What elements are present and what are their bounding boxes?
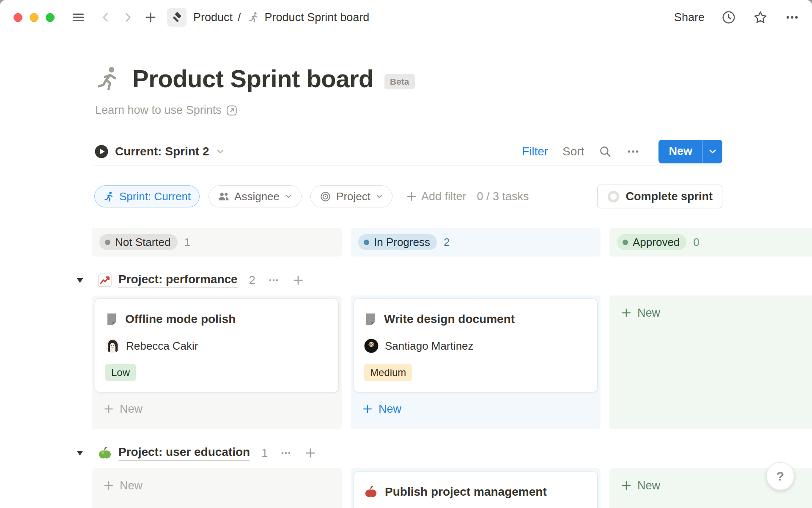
sidebar-toggle-icon[interactable] — [71, 11, 85, 24]
card-write-design-document[interactable]: Write design document — [354, 299, 597, 392]
topbar-actions: Share — [674, 10, 799, 25]
column-status-label: Not Started — [115, 236, 171, 249]
board-cell-not-started: New — [92, 468, 342, 508]
window-controls — [14, 13, 55, 22]
new-card-label[interactable]: New — [120, 403, 143, 416]
back-icon[interactable] — [99, 11, 112, 24]
page-icon — [364, 312, 377, 326]
column-status-label: Approved — [633, 236, 680, 249]
card-title-label[interactable]: Write design document — [384, 312, 515, 326]
assignee-name: Santiago Martinez — [385, 340, 474, 353]
new-card-label[interactable]: New — [637, 479, 660, 492]
green-apple-icon — [98, 446, 112, 460]
new-card-button[interactable]: New — [354, 392, 597, 426]
updates-clock-icon[interactable] — [721, 10, 736, 25]
card-offline-mode-polish[interactable]: Offline mode polish Rebec — [95, 299, 338, 392]
teamspace-hammer-icon[interactable] — [167, 8, 187, 27]
project-filter-chip[interactable]: Project — [310, 185, 392, 207]
column-header-approved[interactable]: Approved 0 — [609, 228, 812, 257]
plus-icon — [406, 190, 417, 202]
collapse-triangle-icon[interactable] — [75, 276, 88, 285]
breadcrumb: Product / Product Sprint board — [193, 11, 369, 24]
group-add-icon[interactable] — [292, 274, 304, 287]
help-button[interactable]: ? — [766, 462, 794, 490]
project-filter-label[interactable]: Project — [336, 190, 370, 203]
status-dot — [105, 240, 110, 245]
chevron-down-icon — [215, 146, 225, 157]
view-selector[interactable]: Current: Sprint 2 — [94, 144, 225, 159]
column-count: 0 — [693, 236, 699, 249]
plus-icon — [620, 480, 632, 491]
people-icon — [217, 190, 230, 203]
page-title: Product Sprint board — [132, 64, 373, 93]
runner-icon — [248, 11, 260, 23]
red-apple-icon — [364, 485, 378, 499]
group-options-icon[interactable] — [267, 274, 280, 287]
runner-icon — [103, 191, 115, 202]
view-toolbar: Current: Sprint 2 Filter Sort New — [94, 141, 722, 166]
group-title[interactable]: Project: user education — [118, 445, 250, 461]
learn-link[interactable]: Learn how to use Sprints — [95, 104, 812, 117]
collapse-triangle-icon[interactable] — [75, 448, 88, 458]
search-icon[interactable] — [598, 145, 612, 158]
new-page-icon[interactable] — [144, 11, 157, 24]
card-title-label[interactable]: Publish project management — [385, 485, 547, 499]
board-cell-in-progress: Publish project management — [351, 468, 601, 508]
view-more-options-icon[interactable] — [626, 145, 640, 158]
share-button[interactable]: Share — [674, 11, 705, 24]
new-card-label[interactable]: New — [120, 479, 143, 492]
plus-icon — [620, 307, 632, 319]
new-card-label[interactable]: New — [637, 306, 660, 320]
view-name-label[interactable]: Current: Sprint 2 — [115, 145, 209, 158]
new-card-button[interactable]: New — [95, 392, 338, 426]
group-title[interactable]: Project: performance — [118, 273, 238, 288]
column-header-in-progress[interactable]: In Progress 2 — [351, 228, 601, 257]
complete-sprint-label[interactable]: Complete sprint — [625, 190, 713, 203]
assignee-filter-chip[interactable]: Assignee — [208, 185, 302, 207]
group-add-icon[interactable] — [304, 447, 317, 459]
new-card-button[interactable]: New — [95, 472, 338, 499]
board-cell-in-progress: Write design document — [351, 295, 601, 429]
new-button-label[interactable]: New — [658, 140, 702, 163]
favorite-star-icon[interactable] — [753, 10, 768, 25]
progress-ring-icon — [607, 190, 620, 203]
runner-page-icon[interactable] — [94, 65, 121, 92]
zoom-window-button[interactable] — [46, 13, 55, 22]
forward-icon[interactable] — [121, 11, 134, 24]
sort-button[interactable]: Sort — [562, 145, 584, 158]
add-filter-button[interactable]: Add filter — [406, 190, 466, 203]
kanban-board: Not Started 1 In Progress 2 Approved 0 P… — [0, 228, 812, 508]
group-options-icon[interactable] — [280, 447, 292, 459]
filter-button[interactable]: Filter — [522, 145, 548, 158]
column-header-not-started[interactable]: Not Started 1 — [92, 228, 342, 257]
more-options-icon[interactable] — [785, 10, 799, 25]
assignee-filter-label[interactable]: Assignee — [234, 190, 280, 203]
assignee-name: Rebecca Cakir — [126, 340, 198, 353]
app-window: Product / Product Sprint board Share — [0, 0, 812, 508]
new-button[interactable]: New — [658, 140, 722, 163]
add-filter-label[interactable]: Add filter — [421, 190, 466, 203]
breadcrumb-separator: / — [238, 11, 241, 24]
tasks-progress-label: 0 / 3 tasks — [477, 190, 529, 203]
filter-bar: Sprint: Current Assignee Project Add fil… — [94, 185, 722, 208]
card-publish-project-management[interactable]: Publish project management — [354, 472, 597, 508]
complete-sprint-button[interactable]: Complete sprint — [597, 185, 722, 208]
card-assignee: Rebecca Cakir — [105, 339, 328, 353]
minimize-window-button[interactable] — [30, 13, 38, 22]
column-count: 1 — [184, 236, 190, 249]
plus-icon — [103, 480, 115, 491]
new-card-button[interactable]: New — [613, 300, 812, 326]
learn-link-label[interactable]: Learn how to use Sprints — [95, 104, 222, 117]
sprint-filter-chip[interactable]: Sprint: Current — [94, 185, 200, 207]
new-card-label[interactable]: New — [379, 403, 401, 416]
card-title-label[interactable]: Offline mode polish — [125, 312, 236, 326]
column-count: 2 — [444, 236, 450, 249]
close-window-button[interactable] — [14, 13, 22, 22]
sprint-filter-label[interactable]: Sprint: Current — [119, 190, 191, 203]
new-button-caret[interactable] — [703, 140, 722, 163]
breadcrumb-current[interactable]: Product Sprint board — [265, 11, 370, 24]
group-row-user-education: New Publish project management — [92, 468, 812, 508]
group-count: 1 — [261, 447, 268, 460]
breadcrumb-parent[interactable]: Product — [193, 11, 233, 24]
board-cell-approved: New — [609, 295, 812, 429]
